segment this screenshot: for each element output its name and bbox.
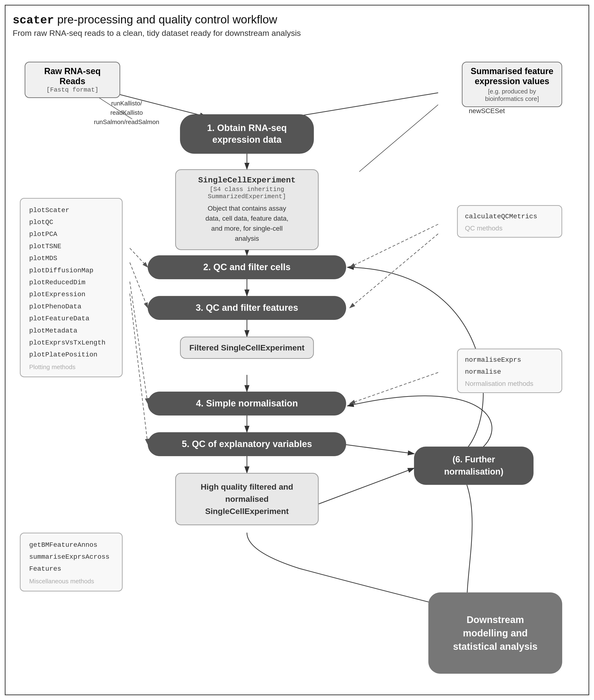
plot-feature: plotFeatureData [29,313,113,325]
svg-line-21 [130,281,148,404]
downstream-label: Downstreammodelling andstatistical analy… [453,613,537,653]
workflow-area: Raw RNA-seq Reads [Fastq format] Summari… [13,42,581,688]
sce-sub2: SummarizedExperiment] [183,193,311,200]
plot-exprs-tx: plotExprsVsTxLength [29,337,113,349]
sce-main-node: SingleCellExperiment [S4 class inheritin… [175,169,319,250]
hq-sce-node: High quality filtered andnormalisedSingl… [175,473,319,525]
title-rest: pre-processing and quality control workf… [54,13,277,26]
plot-tsne: plotTSNE [29,240,113,253]
step5-label: 5. QC of explanatory variables [182,439,312,449]
plot-metadata: plotMetadata [29,325,113,337]
step5-node: 5. QC of explanatory variables [148,432,346,456]
raw-reads-node: Raw RNA-seq Reads [Fastq format] [25,62,120,98]
plot-pheno: plotPhenoData [29,301,113,313]
downstream-node: Downstreammodelling andstatistical analy… [428,592,562,674]
step2-label: 2. QC and filter cells [203,262,290,272]
svg-line-20 [130,263,148,308]
title-block: scater pre-processing and quality contro… [13,13,581,38]
svg-line-15 [319,468,414,504]
calc-qc-node: calculateQCMetrics QC methods [457,205,562,238]
step3-label: 3. QC and filter features [196,303,298,313]
step4-node: 4. Simple normalisation [148,392,346,415]
misc-box: getBMFeatureAnnos summariseExprsAcrossFe… [20,533,123,592]
newsce-label: newSCESet [469,107,505,115]
kallisto-label: runKallisto/readKallistorunSalmon/readSa… [94,99,159,127]
normalise-sub: Normalisation methods [465,380,554,388]
normalise-node: normaliseExprs normalise Normalisation m… [457,348,562,393]
calc-qc-label: calculateQCMetrics [465,211,554,223]
summarised-label: Summarised feature expression values [468,66,556,86]
step6-node: (6. Furthernormalisation) [414,446,533,485]
svg-line-4 [288,93,438,118]
filtered-sce-label: Filtered SingleCellExperiment [188,343,306,353]
sce-desc: Object that contains assaydata, cell dat… [183,203,311,244]
plotting-box: plotScater plotQC plotPCA plotTSNE plotM… [20,198,123,377]
svg-line-6 [359,105,438,172]
filtered-sce-node: Filtered SingleCellExperiment [180,337,314,359]
step1-label: 1. Obtain RNA-seqexpression data [207,122,287,146]
plot-mds: plotMDS [29,253,113,264]
svg-line-22 [130,294,148,444]
plot-scater: plotScater [29,204,113,216]
sce-label: SingleCellExperiment [183,176,311,185]
misc-sub: Miscellaneous methods [29,577,113,585]
plot-diffusion: plotDiffusionMap [29,265,113,277]
step2-node: 2. QC and filter cells [148,255,346,279]
svg-line-18 [350,372,438,404]
sce-sub1: [S4 class inheriting [183,186,311,193]
main-title: scater pre-processing and quality contro… [13,13,581,28]
plot-pca: plotPCA [29,228,113,240]
calc-qc-sub: QC methods [465,225,554,232]
normalise-label2: normalise [465,366,554,378]
title-code: scater [13,14,54,27]
raw-reads-label: Raw RNA-seq Reads [31,66,114,86]
summarised-node: Summarised feature expression values [e.… [462,62,562,107]
main-container: scater pre-processing and quality contro… [5,5,589,695]
step3-node: 3. QC and filter features [148,296,346,320]
normalise-label1: normaliseExprs [465,354,554,366]
step1-node: 1. Obtain RNA-seqexpression data [180,114,314,154]
svg-line-16 [350,224,438,267]
misc-item2: summariseExprsAcrossFeatures [29,551,113,575]
subtitle: From raw RNA-seq reads to a clean, tidy … [13,28,581,38]
plot-qc: plotQC [29,216,113,228]
plot-expression: plotExpression [29,289,113,301]
svg-line-17 [350,234,438,308]
summarised-sub: [e.g. produced by bioinformatics core] [468,88,556,103]
misc-item1: getBMFeatureAnnos [29,539,113,551]
plot-reduced: plotReducedDim [29,277,113,289]
plot-plate: plotPlatePosition [29,349,113,361]
svg-line-19 [130,248,148,267]
step4-label: 4. Simple normalisation [196,398,298,408]
raw-reads-sub: [Fastq format] [31,86,114,94]
plotting-sub: Plotting methods [29,363,113,371]
step6-label: (6. Furthernormalisation) [444,454,503,478]
hq-sce-label: High quality filtered andnormalisedSingl… [183,481,311,518]
svg-line-14 [342,444,414,454]
